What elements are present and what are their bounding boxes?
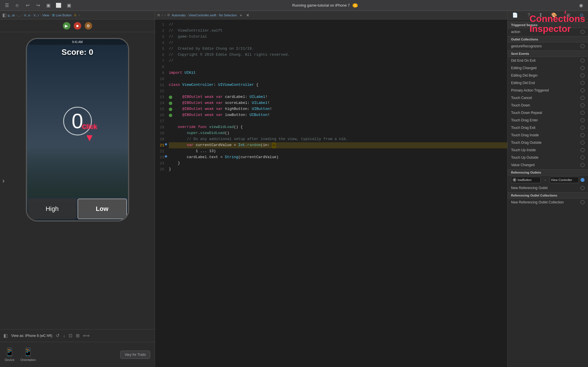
ln-18: 18 bbox=[155, 124, 164, 130]
code-line-11: class ViewController: UIViewController { bbox=[169, 82, 507, 88]
add-tab-button[interactable]: + bbox=[239, 13, 243, 18]
ln-6: 6 bbox=[155, 52, 164, 58]
run-title: Running game-tutorial on iPhone 7 5 bbox=[73, 3, 577, 7]
touch-cancel-circle[interactable] bbox=[581, 96, 585, 100]
touch-drag-outside-circle[interactable] bbox=[581, 141, 585, 145]
touch-down-circle[interactable] bbox=[581, 103, 585, 107]
tab-next-icon[interactable]: › bbox=[165, 13, 166, 17]
breadcrumb-low-button[interactable]: Low Button bbox=[56, 13, 71, 17]
ln-16: 16 bbox=[155, 112, 164, 118]
triggered-segues-section: Triggered Segues action bbox=[508, 22, 588, 36]
tab-prev-icon[interactable]: ‹ bbox=[162, 13, 163, 17]
touch-up-outside-circle[interactable] bbox=[581, 156, 585, 160]
identity-inspector-icon[interactable]: 𝗜 bbox=[537, 11, 544, 19]
touch-down-repeat-label: Touch Down Repeat bbox=[511, 111, 581, 115]
gesture-recognizers-circle[interactable] bbox=[581, 44, 585, 48]
device-option[interactable]: 📱 Device bbox=[5, 347, 15, 362]
orientation-option[interactable]: 📱 Orientation bbox=[20, 347, 36, 362]
editor-selection: No Selection bbox=[219, 13, 237, 17]
ln-7: 7 bbox=[155, 58, 164, 64]
disconnect-outlet-button[interactable]: ✕ bbox=[512, 178, 517, 182]
breadcrumb-ve[interactable]: V...e bbox=[24, 13, 30, 17]
primary-action-triggered-circle[interactable] bbox=[581, 88, 585, 92]
code-line-8 bbox=[169, 64, 507, 70]
stop-button[interactable]: ■ bbox=[74, 22, 81, 30]
device-label: Device bbox=[5, 358, 15, 362]
fit-icon[interactable]: ⊞ bbox=[76, 333, 80, 338]
breadcrumb-dots[interactable]: ... bbox=[18, 13, 21, 17]
connections-inspector-icon[interactable]: ⊙ bbox=[577, 11, 586, 19]
layout3-icon[interactable]: ▣ bbox=[65, 1, 73, 9]
share-icon[interactable]: ⎋ bbox=[13, 1, 21, 9]
top-bar-left-icons: ☰ ⎋ ↩ ↪ ▣ ⬜ ▣ bbox=[3, 1, 73, 9]
ln-19: 19 bbox=[155, 130, 164, 136]
inspector-icon[interactable]: ◉ bbox=[577, 1, 585, 9]
breadcrumb-forward-icon[interactable]: › bbox=[79, 13, 80, 17]
editing-did-end-circle[interactable] bbox=[581, 81, 585, 85]
touch-drag-exit-circle[interactable] bbox=[581, 126, 585, 130]
close-tab-button[interactable]: ✕ bbox=[245, 13, 251, 18]
new-referencing-outlet-collection-row: New Referencing Outlet Collection bbox=[508, 199, 588, 206]
download-icon[interactable]: ↓ bbox=[63, 333, 65, 338]
vary-traits-button[interactable]: Vary for Traits bbox=[120, 351, 150, 359]
ln-5: 5 bbox=[155, 46, 164, 52]
new-referencing-outlet-collection-circle[interactable] bbox=[581, 200, 585, 204]
undo-icon[interactable]: ↩ bbox=[24, 1, 32, 9]
editor-filename: ViewController.swift bbox=[189, 13, 216, 17]
file-inspector-icon[interactable]: 📄 bbox=[510, 11, 520, 19]
touch-drag-enter-label: Touch Drag Enter bbox=[511, 118, 581, 122]
sidebar-toggle-icon-bottom[interactable]: ◧ bbox=[3, 333, 8, 338]
new-referencing-outlet-circle[interactable] bbox=[581, 186, 585, 190]
size-inspector-icon[interactable]: ⊞ bbox=[564, 11, 572, 19]
view-controller-outlet-connected: View Controller bbox=[550, 177, 579, 183]
did-end-on-exit-circle[interactable] bbox=[581, 59, 585, 63]
outlet-dot-16 bbox=[169, 114, 172, 117]
low-button[interactable]: Low bbox=[78, 199, 127, 219]
editing-did-begin-circle[interactable] bbox=[581, 73, 585, 77]
adjust-icon[interactable]: ⟺ bbox=[83, 333, 90, 338]
build-button[interactable]: ⚙ bbox=[85, 22, 92, 30]
breadcrumb-view[interactable]: View bbox=[42, 13, 49, 17]
redo-icon[interactable]: ↪ bbox=[34, 1, 42, 9]
outlet-connected-circle[interactable] bbox=[581, 178, 585, 182]
ln-20: 20 bbox=[155, 136, 164, 142]
code-line-10 bbox=[169, 76, 507, 82]
hamburger-icon[interactable]: ☰ bbox=[3, 1, 11, 9]
help-icon[interactable]: ? bbox=[525, 11, 532, 19]
editing-changed-circle[interactable] bbox=[581, 66, 585, 70]
code-line-20: // Do any additional setup after loading… bbox=[169, 136, 507, 142]
high-button[interactable]: High bbox=[28, 199, 76, 219]
resize-icon[interactable]: ⊡ bbox=[69, 333, 72, 338]
sidebar-toggle-icon[interactable]: ◧ bbox=[2, 12, 7, 18]
code-line-5: // Created by Eddie Chung on 2/11/19. bbox=[169, 46, 507, 52]
value-changed-circle[interactable] bbox=[581, 163, 585, 167]
touch-down-repeat-row: Touch Down Repeat bbox=[508, 109, 588, 116]
play-button[interactable]: ▶ bbox=[63, 22, 70, 30]
breadcrumb-warning-icon: ⚠ bbox=[74, 13, 77, 17]
breadcrumb-gal[interactable]: g...al bbox=[8, 13, 15, 17]
ln-10: 10 bbox=[155, 76, 164, 82]
code-line-21: var currentCardValue = Int.random(in: ⚠ bbox=[169, 142, 507, 148]
touch-up-outside-label: Touch Up Outside bbox=[511, 156, 581, 160]
code-line-9: import UIKit bbox=[169, 70, 507, 76]
touch-drag-enter-circle[interactable] bbox=[581, 118, 585, 122]
segue-action-circle[interactable] bbox=[581, 30, 585, 34]
refresh-icon[interactable]: ↺ bbox=[56, 333, 59, 338]
attributes-inspector-icon[interactable]: 🎨 bbox=[549, 11, 559, 19]
outlet-dot-15 bbox=[169, 108, 172, 111]
touch-up-inside-circle[interactable] bbox=[581, 148, 585, 152]
gesture-recognizers-row: gestureRecognizers bbox=[508, 42, 588, 50]
breadcrumb-vr[interactable]: V...r bbox=[34, 13, 39, 17]
layout2-icon[interactable]: ⬜ bbox=[55, 1, 63, 9]
view-as-text: View as: iPhone 8 (wC hR) bbox=[11, 334, 52, 338]
nav-arrow-left[interactable]: › bbox=[2, 177, 5, 185]
layout1-icon[interactable]: ▣ bbox=[44, 1, 52, 9]
tab-grid-icon[interactable]: ⊞ bbox=[157, 13, 160, 17]
touch-drag-inside-circle[interactable] bbox=[581, 133, 585, 137]
bg-landscape bbox=[27, 140, 128, 197]
editor-automatic: Automatic bbox=[172, 13, 186, 17]
outlet-collections-title: Outlet Collections bbox=[508, 36, 588, 42]
touch-down-repeat-circle[interactable] bbox=[581, 111, 585, 115]
did-end-on-exit-label: Did End On Exit bbox=[511, 59, 581, 63]
primary-action-triggered-row: Primary Action Triggered bbox=[508, 87, 588, 94]
